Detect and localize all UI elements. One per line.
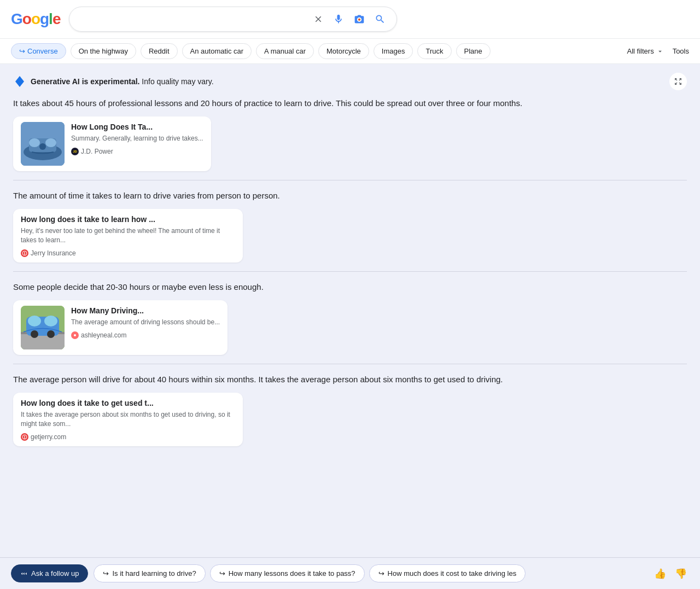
chip-an-automatic-car[interactable]: An automatic car [182,43,252,59]
search-bar-icons [311,11,388,27]
source-domain-1: JDJ.D. Power [71,148,203,155]
source-title-3: How Many Driving... [71,306,220,316]
source-snippet-3: The average amount of driving lessons sh… [71,318,220,327]
chip-truck[interactable]: Truck [417,43,451,59]
search-button[interactable] [372,11,388,27]
followup-suggestion-2[interactable]: ↪How many lessons does it take to pass? [210,564,365,576]
clear-button[interactable] [311,12,325,26]
source-snippet-4: It takes the average person about six mo… [21,410,235,429]
search-input[interactable]: how long does it take to learn to drive [78,14,307,24]
source-domain-text-3: ashleyneal.com [81,331,126,339]
source-card-1[interactable]: How Long Does It Ta...Summary. Generally… [13,116,211,171]
followup-arrow-2: ↪ [219,569,225,576]
followup-suggestion-label-3: How much does it cost to take driving le… [388,569,517,576]
followup-suggestion-label-1: Is it hard learning to drive? [112,569,196,576]
ai-section-text-3: Some people decide that 20-30 hours or m… [13,281,687,294]
search-icon [375,14,386,25]
chevron-down-icon [656,48,664,55]
chip-plane[interactable]: Plane [456,43,491,59]
main-content: Generative AI is experimental. Info qual… [0,64,700,576]
followup-suggestion-1[interactable]: ↪Is it hard learning to drive? [94,564,205,576]
source-info-1: How Long Does It Ta...Summary. Generally… [71,122,203,166]
source-info-3: How Many Driving...The average amount of… [71,306,220,349]
thumbs-up-button[interactable]: 👍 [652,565,668,577]
source-favicon [71,331,79,339]
source-title-1: How Long Does It Ta... [71,122,203,132]
followup-suggestions: ↪Is it hard learning to drive?↪How many … [94,564,526,576]
svg-point-7 [39,143,46,150]
chip-label-plane: Plane [464,47,482,55]
chip-label-a-manual-car: A manual car [264,47,306,55]
svg-point-13 [28,316,41,326]
chip-label-reddit: Reddit [149,47,170,55]
lens-button[interactable] [352,11,367,27]
ai-expand-button[interactable] [669,73,687,90]
source-domain-4: getjerry.com [21,433,235,441]
all-filters-button[interactable]: All filters [627,47,664,55]
chip-label-on-the-highway: On the highway [79,47,128,55]
chip-icon-converse: ↪ [19,47,25,55]
svg-point-5 [29,138,40,147]
followup-arrow-3: ↪ [378,569,384,576]
ai-section-text-4: The average person will drive for about … [13,373,687,386]
followup-bar: Ask a follow up ↪Is it hard learning to … [0,557,700,576]
chip-label-truck: Truck [425,47,443,55]
ask-followup-button[interactable]: Ask a follow up [11,564,88,576]
filter-bar: ↪ConverseOn the highwayRedditAn automati… [0,39,700,64]
source-favicon [21,433,28,441]
source-domain-text-4: getjerry.com [31,433,66,441]
chip-label-converse: Converse [27,47,58,55]
source-domain-text-2: Jerry Insurance [31,249,76,257]
source-title-2: How long does it take to learn how ... [21,214,235,224]
source-title-4: How long does it take to get used t... [21,398,235,408]
chip-images[interactable]: Images [374,43,413,59]
source-domain-text-1: J.D. Power [81,148,113,155]
ai-section-1: It takes about 45 hours of professional … [13,97,687,180]
followup-arrow-icon [20,570,28,577]
ai-label: Generative AI is experimental. Info qual… [31,77,214,86]
ai-section-text-2: The amount of time it takes to learn to … [13,189,687,202]
source-favicon [21,249,28,257]
all-filters-label: All filters [627,47,654,55]
followup-arrow-1: ↪ [103,569,109,576]
chip-converse[interactable]: ↪Converse [11,43,66,59]
ai-box: Generative AI is experimental. Info qual… [0,64,700,464]
source-card-4[interactable]: How long does it take to get used t...It… [13,393,243,446]
source-snippet-1: Summary. Generally, learning to drive ta… [71,134,203,143]
followup-suggestion-3[interactable]: ↪How much does it cost to take driving l… [369,564,526,576]
ask-followup-label: Ask a follow up [31,569,79,576]
ai-diamond-icon [13,75,26,88]
source-favicon: JD [71,148,79,155]
source-card-2[interactable]: How long does it take to learn how ...He… [13,209,243,263]
svg-point-15 [31,330,38,338]
microphone-icon [333,14,344,25]
thumbs-down-button[interactable]: 👎 [673,565,689,577]
chips-container: ↪ConverseOn the highwayRedditAn automati… [11,43,491,59]
chip-on-the-highway[interactable]: On the highway [71,43,136,59]
search-bar: how long does it take to learn to drive [69,7,397,32]
chip-a-manual-car[interactable]: A manual car [256,43,314,59]
source-domain-3: ashleyneal.com [71,331,220,339]
google-logo[interactable]: Google [11,10,60,28]
source-card-3[interactable]: How Many Driving...The average amount of… [13,300,228,355]
source-domain-2: Jerry Insurance [21,249,235,257]
source-snippet-2: Hey, it's never too late to get behind t… [21,226,235,245]
tools-button[interactable]: Tools [673,47,689,55]
chip-label-motorcycle: Motorcycle [326,47,361,55]
clear-icon [313,14,323,24]
expand-icon [674,77,682,86]
header: Google how long does it take to learn to… [0,0,700,39]
source-info-4: How long does it take to get used t...It… [21,398,235,441]
ai-section-2: The amount of time it takes to learn to … [13,180,687,271]
chip-reddit[interactable]: Reddit [141,43,178,59]
svg-point-14 [44,316,57,326]
ai-header-left: Generative AI is experimental. Info qual… [13,75,214,88]
chip-label-images: Images [382,47,405,55]
ai-section-4: The average person will drive for about … [13,364,687,455]
camera-icon [354,14,365,25]
voice-search-button[interactable] [331,11,346,27]
chip-motorcycle[interactable]: Motorcycle [318,43,369,59]
source-card-image [21,306,65,349]
svg-point-6 [45,138,56,147]
source-info-2: How long does it take to learn how ...He… [21,214,235,257]
